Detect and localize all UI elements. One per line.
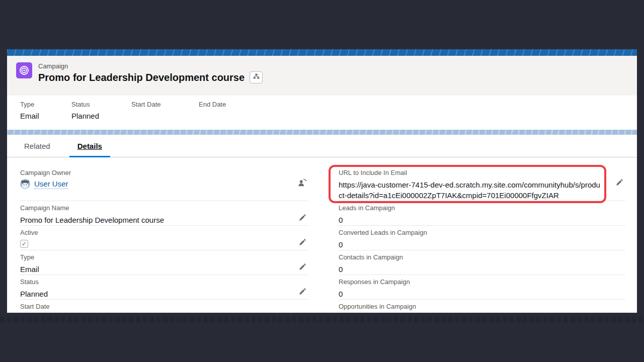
brand-header-bar: [7, 49, 637, 56]
edit-url-button[interactable]: [614, 178, 624, 188]
field-campaign-name: Campaign Name Promo for Leadership Devel…: [20, 201, 308, 226]
salesforce-record-window: Campaign Promo for Leadership Developmen…: [7, 49, 637, 313]
edit-pencil-icon: [299, 238, 306, 247]
owner-link[interactable]: User User: [34, 179, 68, 189]
hierarchy-icon: [253, 73, 260, 81]
view-hierarchy-button[interactable]: [250, 71, 263, 83]
field-leads-in-campaign: Leads in Campaign 0: [339, 201, 625, 226]
edit-pencil-icon: [299, 214, 306, 223]
field-responses-in-campaign: Responses in Campaign 0: [339, 275, 625, 300]
edit-campaign-name-button[interactable]: [297, 213, 307, 223]
edit-pencil-icon: [299, 263, 306, 272]
record-detail-panel: Related Details Campaign Owner: [7, 135, 637, 313]
tab-related[interactable]: Related: [16, 135, 58, 157]
field-converted-leads-in-campaign: Converted Leads in Campaign 0: [339, 226, 625, 250]
campaign-icon: [16, 62, 32, 78]
highlights-panel: Type Email Status Planned Start Date End…: [7, 96, 637, 130]
field-start-date: Start Date: [20, 300, 308, 313]
record-header: Campaign Promo for Leadership Developmen…: [7, 56, 637, 96]
change-owner-button[interactable]: [297, 178, 307, 188]
active-checkbox[interactable]: ✓: [20, 240, 28, 248]
field-url-to-include-in-email: URL to Include In Email https://java-cus…: [339, 166, 625, 201]
highlight-type: Type Email: [20, 101, 71, 130]
field-status: Status Planned: [20, 275, 308, 300]
field-opportunities-in-campaign: Opportunities in Campaign: [339, 300, 625, 313]
record-titles: Campaign Promo for Leadership Developmen…: [38, 62, 263, 83]
highlight-end-date: End Date: [199, 101, 226, 130]
tab-strip: Related Details: [7, 135, 637, 157]
field-type: Type Email: [20, 250, 308, 275]
edit-active-button[interactable]: [297, 238, 307, 248]
record-title: Promo for Leadership Development course: [38, 71, 245, 83]
highlight-status: Status Planned: [71, 101, 131, 130]
check-icon: ✓: [22, 240, 27, 247]
page-wallpaper-strip: [7, 130, 637, 135]
edit-status-button[interactable]: [297, 287, 307, 297]
desktop-background: Campaign Promo for Leadership Developmen…: [0, 0, 644, 362]
url-value: https://java-customer-7415-dev-ed.scratc…: [339, 179, 602, 201]
edit-pencil-icon: [299, 288, 306, 297]
user-avatar: [20, 179, 30, 189]
edit-type-button[interactable]: [297, 262, 307, 273]
field-contacts-in-campaign: Contacts in Campaign 0: [339, 250, 625, 275]
detail-form: Campaign Owner: [7, 157, 637, 313]
highlight-start-date: Start Date: [131, 101, 199, 130]
field-campaign-owner: Campaign Owner: [20, 166, 308, 201]
background-texture: [0, 317, 644, 323]
entity-label: Campaign: [38, 62, 263, 70]
tab-details[interactable]: Details: [69, 135, 110, 157]
edit-pencil-icon: [616, 178, 623, 188]
field-active: Active ✓: [20, 226, 308, 250]
change-owner-icon: [298, 178, 307, 189]
